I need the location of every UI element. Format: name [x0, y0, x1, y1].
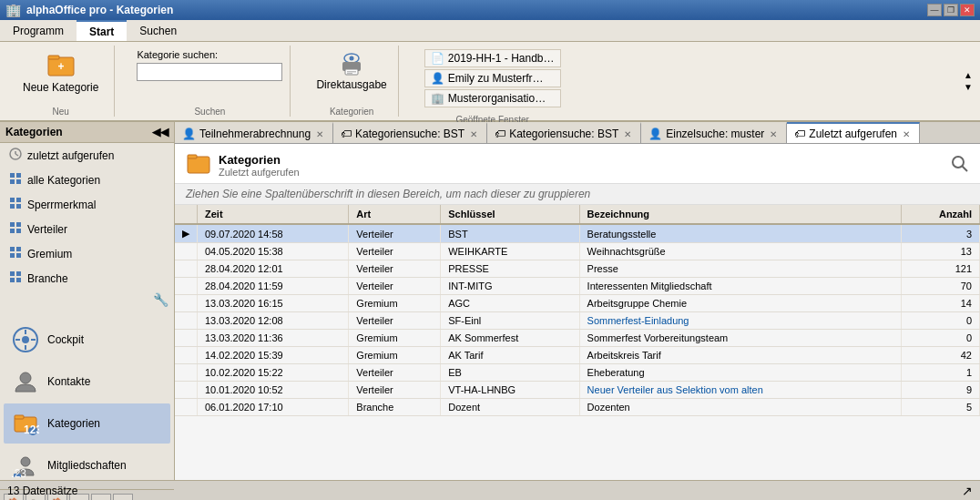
table-row[interactable]: 13.03.2020 11:36GremiumAK SommerfestSomm… — [175, 330, 980, 347]
table-row[interactable]: 28.04.2020 12:01VerteilerPRESSEPresse121 — [175, 260, 980, 278]
menu-bar: Programm Start Suchen — [0, 20, 980, 42]
content-subtitle: Zuletzt aufgerufen — [219, 167, 300, 178]
cell-anzahl: 42 — [901, 347, 979, 364]
cell-art: Verteiler — [349, 243, 441, 260]
cell-bezeichnung: Beratungsstelle — [579, 224, 901, 243]
sidebar-nav-mitglied-label: Mitgliedschaften — [47, 459, 127, 472]
tab-zuletzt-close[interactable]: ✕ — [901, 128, 912, 139]
tab-katsuche1-close[interactable]: ✕ — [468, 128, 479, 139]
tab-katsuche2-close[interactable]: ✕ — [622, 128, 633, 139]
resize-handle[interactable]: ↗ — [962, 484, 973, 498]
org-icon: 🏢 — [431, 92, 444, 105]
table-row[interactable]: 06.01.2020 17:10BrancheDozentDozenten5 — [175, 399, 980, 416]
scroll-up-icon[interactable]: ▲ — [964, 70, 973, 80]
table-row[interactable]: 13.03.2020 12:08VerteilerSF-EinlSommerfe… — [175, 312, 980, 330]
sidebar-item-verteiler[interactable]: Verteiler — [0, 217, 174, 241]
sidebar-nav-cockpit[interactable]: Cockpit — [4, 320, 170, 360]
sidebar-nav-mitglied[interactable]: 123 Mitgliedschaften — [4, 445, 170, 485]
svg-rect-13 — [16, 173, 21, 178]
tab-zuletzt[interactable]: 🏷 Zuletzt aufgerufen ✕ — [787, 122, 920, 144]
sidebar-item-zuletzt[interactable]: zuletzt aufgerufen — [0, 143, 174, 168]
svg-rect-30 — [10, 278, 15, 282]
minimize-button[interactable]: — — [927, 4, 942, 16]
title-bar: 🏢 alphaOffice pro - Kategorien — ❐ ✕ — [0, 0, 980, 20]
menu-start[interactable]: Start — [77, 20, 127, 41]
row-arrow — [175, 278, 198, 295]
cell-schluessel: WEIHKARTE — [441, 243, 579, 260]
sidebar-item-sperr[interactable]: Sperrmerkmal — [0, 192, 174, 217]
fenster-item-3[interactable]: 🏢 Musterorganisatio… — [424, 89, 561, 107]
tab-katsuche1[interactable]: 🏷 Kategoriensuche: BST ✕ — [333, 122, 487, 144]
bottom-btn-6[interactable]: ▸ — [113, 494, 133, 500]
status-text: 13 Datensätze — [7, 485, 77, 497]
table-row[interactable]: 04.05.2020 15:38VerteilerWEIHKARTEWeihna… — [175, 243, 980, 260]
direktausgabe-label: Direktausgabe — [316, 78, 386, 91]
fenster-item-1[interactable]: 📄 2019-HH-1 - Handb… — [424, 49, 561, 67]
table-row[interactable]: 10.02.2020 15:22VerteilerEBEheberatung1 — [175, 364, 980, 382]
table-row[interactable]: 28.04.2020 11:59VerteilerINT-MITGInteres… — [175, 278, 980, 295]
table-row[interactable]: 13.03.2020 16:15GremiumAGCArbeitsgruppe … — [175, 295, 980, 312]
kategorie-suchen-input[interactable] — [137, 63, 282, 81]
tab-teilnehmer[interactable]: 👤 Teilnehmerabrechnung ✕ — [175, 122, 333, 144]
content-header-info: Kategorien Zuletzt aufgerufen — [219, 153, 300, 178]
cell-anzahl: 3 — [901, 224, 979, 243]
menu-programm[interactable]: Programm — [0, 20, 77, 41]
sidebar-nav-kontakte[interactable]: Kontakte — [4, 362, 170, 402]
svg-line-11 — [15, 154, 18, 156]
wrench-icon[interactable]: 🔧 — [153, 292, 168, 307]
table-row[interactable]: 14.02.2020 15:39GremiumAK TarifArbeitskr… — [175, 347, 980, 364]
cell-art: Branche — [349, 399, 441, 416]
cell-zeit: 06.01.2020 17:10 — [198, 399, 349, 416]
menu-suchen[interactable]: Suchen — [127, 20, 189, 41]
tab-einzelsuche-close[interactable]: ✕ — [768, 128, 779, 139]
col-art[interactable]: Art — [349, 205, 441, 224]
cell-bezeichnung[interactable]: Neuer Verteiler aus Selektion vom alten — [579, 382, 901, 399]
cell-bezeichnung[interactable]: Sommerfest-Einladung — [579, 312, 901, 330]
table-row[interactable]: 10.01.2020 10:52VerteilerVT-HA-LHNBGNeue… — [175, 382, 980, 399]
close-button[interactable]: ✕ — [960, 4, 975, 16]
tab-teilnehmer-close[interactable]: ✕ — [314, 128, 325, 139]
data-table: Zeit Art Schlüssel Bezeichnung Anzahl ▶0… — [175, 205, 980, 416]
tab-einzelsuche[interactable]: 👤 Einzelsuche: muster ✕ — [641, 122, 787, 144]
svg-rect-22 — [10, 229, 15, 233]
sidebar-item-alle[interactable]: alle Kategorien — [0, 168, 174, 192]
fenster-item-2[interactable]: 👤 Emily zu Musterfr… — [424, 69, 561, 87]
sidebar-item-branche[interactable]: Branche — [0, 266, 174, 291]
tab-katsuche2[interactable]: 🏷 Kategoriensuche: BST ✕ — [487, 122, 641, 144]
cell-art: Verteiler — [349, 382, 441, 399]
svg-rect-21 — [16, 222, 21, 227]
col-schluessel[interactable]: Schlüssel — [441, 205, 579, 224]
col-zeit[interactable]: Zeit — [198, 205, 349, 224]
scroll-down-icon[interactable]: ▼ — [964, 82, 973, 92]
data-table-wrapper[interactable]: Zeit Art Schlüssel Bezeichnung Anzahl ▶0… — [175, 205, 980, 480]
restore-button[interactable]: ❐ — [944, 4, 958, 16]
cell-bezeichnung: Eheberatung — [579, 364, 901, 382]
cell-schluessel: EB — [441, 364, 579, 382]
cell-anzahl: 0 — [901, 330, 979, 347]
content-title: Kategorien — [219, 153, 300, 167]
content-area: 👤 Teilnehmerabrechnung ✕ 🏷 Kategoriensuc… — [175, 122, 980, 480]
folder-new-icon: + — [46, 50, 76, 79]
search-icon[interactable] — [951, 155, 969, 177]
bottom-btn-5[interactable]: ⊞ — [91, 494, 111, 500]
sidebar-item-gremium[interactable]: Gremium — [0, 241, 174, 266]
neue-kategorie-button[interactable]: + Neue Kategorie — [15, 46, 107, 98]
app-icon: 🏢 — [5, 3, 21, 17]
sidebar-category-list: zuletzt aufgerufen alle Kategorien — [0, 143, 174, 291]
mitglied-icon: 123 — [11, 451, 40, 480]
svg-rect-28 — [10, 271, 15, 276]
table-row[interactable]: ▶09.07.2020 14:58VerteilerBSTBeratungsst… — [175, 224, 980, 243]
group-kategorien-label: Kategorien — [330, 103, 373, 117]
col-anzahl[interactable]: Anzahl — [901, 205, 979, 224]
row-arrow — [175, 295, 198, 312]
cell-schluessel: VT-HA-LHNBG — [441, 382, 579, 399]
cell-anzahl: 121 — [901, 260, 979, 278]
svg-point-33 — [22, 336, 29, 343]
cell-schluessel: BST — [441, 224, 579, 243]
col-bezeichnung[interactable]: Bezeichnung — [579, 205, 901, 224]
svg-point-4 — [350, 56, 354, 61]
sidebar-collapse-button[interactable]: ◀◀ — [152, 126, 168, 138]
sidebar-nav-kategorien[interactable]: 123 Kategorien — [4, 403, 170, 444]
direktausgabe-button[interactable]: Direktausgabe — [312, 46, 390, 95]
tab-zuletzt-icon: 🏷 — [794, 128, 805, 140]
